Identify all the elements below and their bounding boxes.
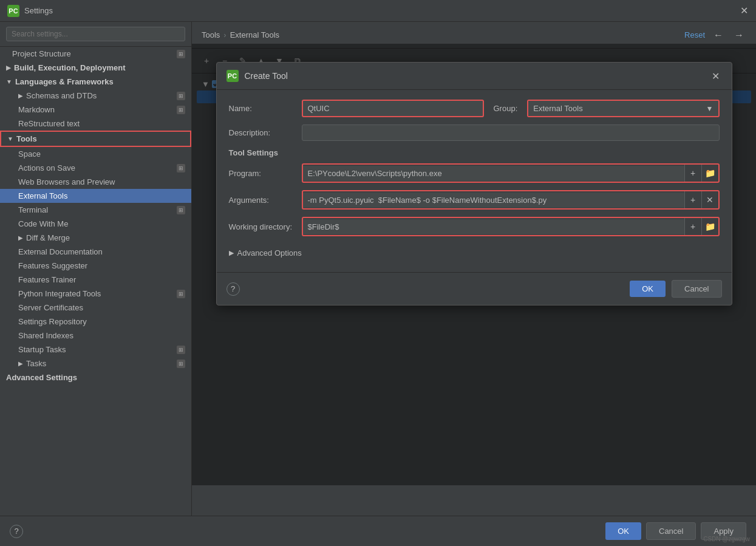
name-input[interactable] (302, 100, 484, 117)
sidebar-item-label: Startup Tasks (18, 345, 66, 354)
sidebar-item-features-suggester[interactable]: Features Suggester (0, 259, 191, 273)
chevron-down-icon[interactable]: ▼ (701, 104, 718, 113)
sidebar-item-startup-tasks[interactable]: Startup Tasks ⊞ (0, 343, 191, 357)
sidebar-item-settings-repository[interactable]: Settings Repository (0, 315, 191, 329)
sidebar-item-external-documentation[interactable]: External Documentation (0, 245, 191, 259)
sidebar-item-label: Features Suggester (18, 261, 87, 270)
description-input[interactable] (302, 125, 720, 141)
sidebar: Project Structure ⊞ ▶ Build, Execution, … (0, 22, 192, 516)
sidebar-item-label: External Tools (18, 191, 67, 200)
search-input[interactable] (6, 27, 185, 41)
sidebar-item-label: Python Integrated Tools (18, 289, 101, 298)
sidebar-item-label: External Documentation (18, 247, 103, 256)
arguments-row: Arguments: + ✕ (229, 190, 720, 210)
working-dir-input[interactable] (303, 219, 684, 234)
sidebar-item-label: Code With Me (18, 219, 68, 228)
dialog-backdrop: PC Create Tool ✕ Name: Group: External T… (192, 44, 756, 485)
dialog-footer: ? OK Cancel (217, 272, 732, 305)
sidebar-item-label: Project Structure (12, 49, 71, 58)
tool-settings-label: Tool Settings (229, 148, 278, 157)
sidebar-item-tasks[interactable]: ▶ Tasks ⊞ (0, 357, 191, 370)
sidebar-item-code-with-me[interactable]: Code With Me (0, 217, 191, 231)
settings-window: PC Settings ✕ Project Structure ⊞ ▶ Buil… (0, 0, 756, 546)
breadcrumb: Tools › External Tools (202, 30, 279, 39)
sidebar-item-schemas-dtds[interactable]: ▶ Schemas and DTDs ⊞ (0, 89, 191, 103)
sidebar-item-label: Settings Repository (18, 317, 87, 326)
dialog-close-button[interactable]: ✕ (710, 70, 722, 82)
sidebar-item-label: Terminal (18, 205, 48, 214)
sidebar-item-terminal[interactable]: Terminal ⊞ (0, 203, 191, 217)
sidebar-item-web-browsers[interactable]: Web Browsers and Preview (0, 175, 191, 189)
sidebar-item-project-structure[interactable]: Project Structure ⊞ (0, 47, 191, 61)
expand-arrow: ▶ (6, 64, 11, 71)
advanced-options-row[interactable]: ▶ Advanced Options (229, 244, 720, 262)
sidebar-item-label: Schemas and DTDs (26, 91, 97, 100)
main-cancel-button[interactable]: Cancel (646, 522, 696, 540)
working-dir-add-button[interactable]: + (684, 218, 701, 235)
sidebar-item-markdown[interactable]: Markdown ⊞ (0, 103, 191, 117)
sidebar-item-shared-indexes[interactable]: Shared Indexes (0, 329, 191, 343)
expand-arrow: ▶ (18, 360, 23, 367)
settings-indicator: ⊞ (177, 360, 185, 368)
group-select[interactable]: External Tools (528, 101, 701, 116)
working-dir-row: Working directory: + 📁 (229, 217, 720, 236)
reset-link[interactable]: Reset (684, 30, 705, 39)
sidebar-item-label: Build, Execution, Deployment (14, 63, 125, 72)
sidebar-item-actions-on-save[interactable]: Actions on Save ⊞ (0, 161, 191, 175)
sidebar-item-external-tools[interactable]: External Tools (0, 189, 191, 203)
arguments-add-button[interactable]: + (684, 191, 701, 208)
main-content: Project Structure ⊞ ▶ Build, Execution, … (0, 22, 756, 516)
program-label: Program: (229, 169, 302, 178)
description-label: Description: (229, 128, 302, 137)
program-input[interactable] (303, 166, 684, 181)
group-select-wrapper: External Tools ▼ (527, 100, 719, 117)
expand-arrow: ▼ (7, 135, 13, 142)
cancel-button[interactable]: Cancel (672, 280, 721, 298)
close-button[interactable]: ✕ (739, 6, 749, 16)
sidebar-item-label: Languages & Frameworks (15, 77, 114, 86)
settings-indicator: ⊞ (177, 164, 185, 172)
arguments-label: Arguments: (229, 196, 302, 205)
expand-arrow: ▼ (6, 78, 12, 85)
breadcrumb-separator: › (223, 30, 226, 39)
arguments-macro-button[interactable]: ✕ (701, 191, 718, 208)
sidebar-item-label: Server Certificates (18, 303, 83, 312)
program-browse-button[interactable]: 📁 (701, 165, 718, 182)
sidebar-list: Project Structure ⊞ ▶ Build, Execution, … (0, 47, 191, 516)
sidebar-item-advanced-settings[interactable]: Advanced Settings (0, 370, 191, 384)
forward-button[interactable]: → (732, 29, 746, 42)
sidebar-item-languages-frameworks[interactable]: ▼ Languages & Frameworks (0, 75, 191, 89)
breadcrumb-tools: Tools (202, 30, 220, 39)
sidebar-item-label: Tasks (26, 359, 46, 368)
sidebar-item-restructured-text[interactable]: ReStructured text (0, 117, 191, 131)
sidebar-item-label: Features Trainer (18, 275, 76, 284)
program-row: Program: + 📁 (229, 163, 720, 183)
name-label: Name: (229, 104, 302, 113)
settings-indicator: ⊞ (177, 106, 185, 114)
search-area (0, 22, 191, 47)
header-actions: Reset ← → (684, 29, 746, 42)
working-dir-browse-button[interactable]: 📁 (701, 218, 718, 235)
dialog-header: PC Create Tool ✕ (217, 63, 732, 90)
main-ok-button[interactable]: OK (605, 522, 641, 540)
name-group-row: Name: Group: External Tools ▼ (229, 100, 720, 117)
sidebar-item-label: Shared Indexes (18, 331, 73, 340)
sidebar-item-space[interactable]: Space (0, 147, 191, 161)
sidebar-item-diff-merge[interactable]: ▶ Diff & Merge (0, 231, 191, 245)
ok-button[interactable]: OK (630, 281, 666, 297)
sidebar-item-features-trainer[interactable]: Features Trainer (0, 273, 191, 287)
advanced-label: Advanced Options (237, 248, 302, 258)
description-row: Description: (229, 125, 720, 141)
program-add-button[interactable]: + (684, 165, 701, 182)
advanced-arrow-icon: ▶ (229, 249, 234, 257)
back-button[interactable]: ← (711, 29, 726, 42)
arguments-input[interactable] (303, 193, 684, 208)
sidebar-item-build-execution[interactable]: ▶ Build, Execution, Deployment (0, 61, 191, 75)
sidebar-item-label: ReStructured text (18, 119, 80, 128)
sidebar-item-python-integrated-tools[interactable]: Python Integrated Tools ⊞ (0, 287, 191, 301)
help-icon-button[interactable]: ? (10, 525, 23, 538)
sidebar-item-server-certificates[interactable]: Server Certificates (0, 301, 191, 315)
help-button[interactable]: ? (226, 282, 240, 296)
watermark: CSDN @zgwzgw (703, 536, 750, 542)
sidebar-item-tools[interactable]: ▼ Tools (0, 131, 191, 147)
